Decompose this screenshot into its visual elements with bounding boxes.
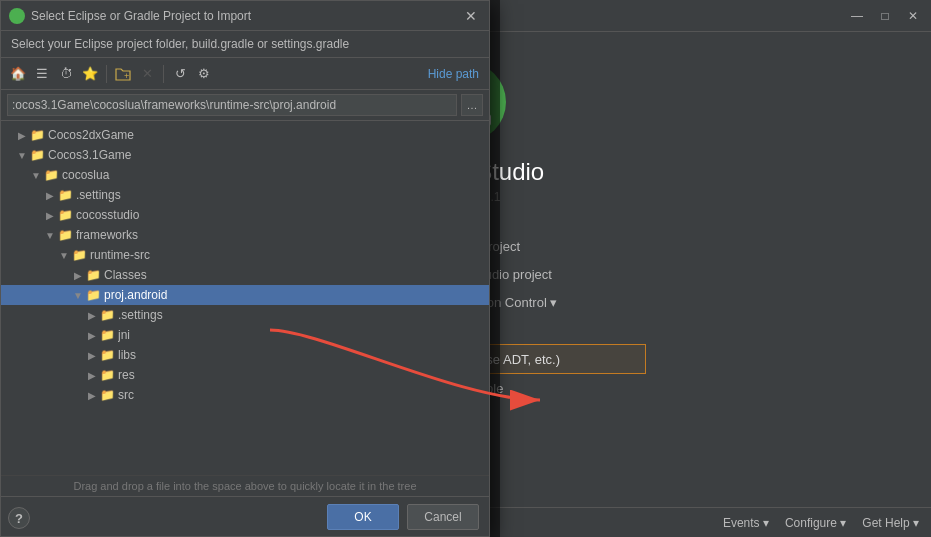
dialog-help-btn[interactable]: ? [8, 507, 30, 529]
toolbar-list-btn[interactable]: ☰ [31, 63, 53, 85]
configure-link[interactable]: Configure ▾ [785, 516, 846, 530]
path-browse-btn[interactable]: … [461, 94, 483, 116]
tree-label-cocosstudio: cocosstudio [76, 208, 489, 222]
close-as-btn[interactable]: ✕ [899, 2, 927, 30]
dialog-footer: ? OK Cancel [1, 496, 489, 536]
toolbar-delete-btn[interactable]: ✕ [136, 63, 158, 85]
tree-item-settings2[interactable]: ▶📁.settings [1, 305, 489, 325]
dialog-titlebar: Select Eclipse or Gradle Project to Impo… [1, 1, 489, 31]
dialog-subtitle: Select your Eclipse project folder, buil… [1, 31, 489, 58]
tree-item-cocosstudio[interactable]: ▶📁cocosstudio [1, 205, 489, 225]
tree-arrow-res[interactable]: ▶ [85, 370, 99, 381]
toolbar-sep1 [106, 65, 107, 83]
dialog-overlay: Select Eclipse or Gradle Project to Impo… [0, 0, 500, 537]
tree-item-cocoslua[interactable]: ▼📁cocoslua [1, 165, 489, 185]
tree-arrow-cocoslua[interactable]: ▼ [29, 170, 43, 181]
tree-label-src: src [118, 388, 489, 402]
folder-icon-frameworks: 📁 [57, 228, 73, 242]
tree-arrow-frameworks[interactable]: ▼ [43, 230, 57, 241]
dialog-close-btn[interactable]: ✕ [461, 6, 481, 26]
tree-label-frameworks: frameworks [76, 228, 489, 242]
folder-icon-libs: 📁 [99, 348, 115, 362]
tree-label-cocos31: Cocos3.1Game [48, 148, 489, 162]
tree-item-jni[interactable]: ▶📁jni [1, 325, 489, 345]
tree-arrow-cocosstudio[interactable]: ▶ [43, 210, 57, 221]
hide-path-link[interactable]: Hide path [424, 67, 483, 81]
ok-button[interactable]: OK [327, 504, 399, 530]
folder-icon-settings2: 📁 [99, 308, 115, 322]
folder-icon-settings: 📁 [57, 188, 73, 202]
tree-label-settings: .settings [76, 188, 489, 202]
dialog-hint: Drag and drop a file into the space abov… [1, 475, 489, 496]
tree-label-libs: libs [118, 348, 489, 362]
tree-label-cocoslua: cocoslua [62, 168, 489, 182]
tree-arrow-libs[interactable]: ▶ [85, 350, 99, 361]
tree-arrow-runtime-src[interactable]: ▼ [57, 250, 71, 261]
tree-item-cocos31[interactable]: ▼📁Cocos3.1Game [1, 145, 489, 165]
folder-icon-res: 📁 [99, 368, 115, 382]
folder-icon-jni: 📁 [99, 328, 115, 342]
folder-icon-cocosstudio: 📁 [57, 208, 73, 222]
tree-arrow-classes[interactable]: ▶ [71, 270, 85, 281]
minimize-btn[interactable]: — [843, 2, 871, 30]
tree-label-runtime-src: runtime-src [90, 248, 489, 262]
folder-icon-classes: 📁 [85, 268, 101, 282]
toolbar-refresh-btn[interactable]: ↺ [169, 63, 191, 85]
dialog-toolbar: 🏠 ☰ ⏱ ⭐ + ✕ ↺ ⚙ Hide path [1, 58, 489, 90]
tree-label-cocos2dx: Cocos2dxGame [48, 128, 489, 142]
tree-item-src[interactable]: ▶📁src [1, 385, 489, 405]
toolbar-sep2 [163, 65, 164, 83]
svg-text:+: + [124, 71, 129, 81]
get-help-link[interactable]: Get Help ▾ [862, 516, 919, 530]
toolbar-settings-btn[interactable]: ⚙ [193, 63, 215, 85]
path-input-row: … [1, 90, 489, 121]
tree-arrow-settings2[interactable]: ▶ [85, 310, 99, 321]
tree-label-settings2: .settings [118, 308, 489, 322]
tree-item-libs[interactable]: ▶📁libs [1, 345, 489, 365]
tree-label-jni: jni [118, 328, 489, 342]
toolbar-history-btn[interactable]: ⏱ [55, 63, 77, 85]
folder-icon-src: 📁 [99, 388, 115, 402]
import-dialog: Select Eclipse or Gradle Project to Impo… [0, 0, 490, 537]
toolbar-newfolder-btn[interactable]: + [112, 63, 134, 85]
path-input[interactable] [7, 94, 457, 116]
toolbar-left: 🏠 ☰ ⏱ ⭐ + ✕ ↺ ⚙ [7, 63, 215, 85]
tree-arrow-cocos31[interactable]: ▼ [15, 150, 29, 161]
toolbar-home-btn[interactable]: 🏠 [7, 63, 29, 85]
tree-item-proj.android[interactable]: ▼📁proj.android [1, 285, 489, 305]
folder-icon-cocos2dx: 📁 [29, 128, 45, 142]
tree-arrow-settings[interactable]: ▶ [43, 190, 57, 201]
toolbar-bookmark-btn[interactable]: ⭐ [79, 63, 101, 85]
dialog-title: Select Eclipse or Gradle Project to Impo… [31, 9, 455, 23]
folder-icon-cocos31: 📁 [29, 148, 45, 162]
dialog-icon [9, 8, 25, 24]
tree-item-settings[interactable]: ▶📁.settings [1, 185, 489, 205]
folder-icon-cocoslua: 📁 [43, 168, 59, 182]
dialog-tree[interactable]: ▶📁Cocos2dxGame▼📁Cocos3.1Game▼📁cocoslua▶📁… [1, 121, 489, 475]
cancel-button[interactable]: Cancel [407, 504, 479, 530]
tree-label-res: res [118, 368, 489, 382]
tree-arrow-proj.android[interactable]: ▼ [71, 290, 85, 301]
tree-arrow-jni[interactable]: ▶ [85, 330, 99, 341]
folder-icon-proj.android: 📁 [85, 288, 101, 302]
tree-label-proj.android: proj.android [104, 288, 489, 302]
tree-item-frameworks[interactable]: ▼📁frameworks [1, 225, 489, 245]
tree-label-classes: Classes [104, 268, 489, 282]
tree-item-classes[interactable]: ▶📁Classes [1, 265, 489, 285]
folder-icon-runtime-src: 📁 [71, 248, 87, 262]
events-link[interactable]: Events ▾ [723, 516, 769, 530]
svg-point-10 [11, 10, 23, 22]
tree-arrow-src[interactable]: ▶ [85, 390, 99, 401]
maximize-btn[interactable]: □ [871, 2, 899, 30]
tree-arrow-cocos2dx[interactable]: ▶ [15, 130, 29, 141]
tree-item-res[interactable]: ▶📁res [1, 365, 489, 385]
tree-item-cocos2dx[interactable]: ▶📁Cocos2dxGame [1, 125, 489, 145]
tree-item-runtime-src[interactable]: ▼📁runtime-src [1, 245, 489, 265]
